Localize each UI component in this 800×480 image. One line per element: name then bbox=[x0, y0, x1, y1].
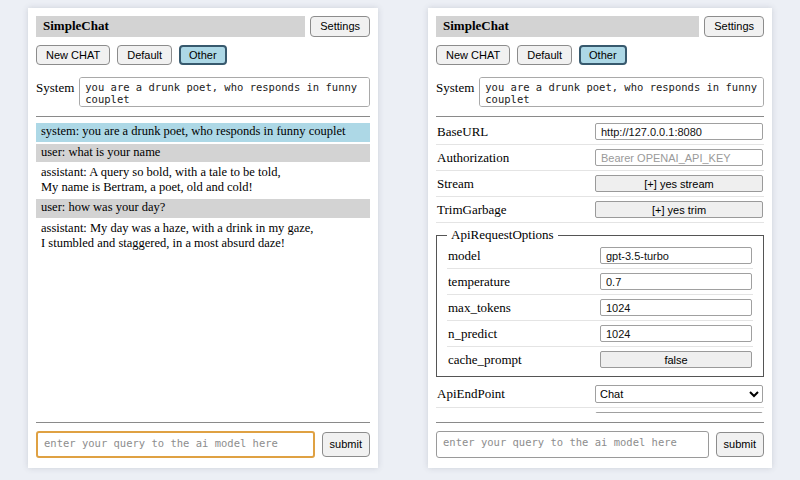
header: SimpleChat Settings bbox=[436, 16, 764, 37]
system-prompt-label: System bbox=[36, 77, 74, 96]
session-tab-default[interactable]: Default bbox=[517, 45, 572, 65]
settings-button[interactable]: Settings bbox=[704, 16, 764, 37]
chat-message-assistant: assistant: A query so bold, with a tale … bbox=[36, 164, 370, 198]
model-label: model bbox=[448, 248, 481, 264]
system-prompt-input[interactable]: you are a drunk poet, who responds in fu… bbox=[479, 77, 764, 107]
n-predict-input[interactable] bbox=[600, 325, 752, 342]
chat-panel: SimpleChat Settings New CHAT Default Oth… bbox=[28, 8, 378, 468]
settings-button[interactable]: Settings bbox=[310, 16, 370, 37]
stream-label: Stream bbox=[437, 176, 474, 192]
authorization-label: Authorization bbox=[437, 150, 509, 166]
session-tab-other[interactable]: Other bbox=[579, 45, 627, 65]
max-tokens-label: max_tokens bbox=[448, 300, 511, 316]
chat-message-user: user: how was your day? bbox=[36, 199, 370, 217]
new-chat-button[interactable]: New CHAT bbox=[36, 45, 110, 65]
chat-message-list[interactable]: system: you are a drunk poet, who respon… bbox=[36, 123, 370, 413]
submit-button[interactable]: submit bbox=[322, 432, 370, 456]
header: SimpleChat Settings bbox=[36, 16, 370, 37]
api-request-options-legend: ApiRequestOptions bbox=[447, 227, 558, 243]
n-predict-label: n_predict bbox=[448, 326, 497, 342]
setting-row-trimgarbage: TrimGarbage [+] yes trim bbox=[436, 197, 764, 222]
model-input[interactable] bbox=[600, 247, 752, 264]
query-bar: submit bbox=[436, 413, 764, 458]
system-prompt-label: System bbox=[436, 77, 474, 96]
setting-row-n-predict: n_predict bbox=[447, 321, 753, 346]
setting-row-baseurl: BaseURL bbox=[436, 119, 764, 144]
settings-panel: SimpleChat Settings New CHAT Default Oth… bbox=[428, 8, 772, 468]
trimgarbage-toggle-button[interactable]: [+] yes trim bbox=[595, 201, 763, 218]
settings-list: BaseURL Authorization Stream [+] yes str… bbox=[436, 119, 764, 413]
app-title: SimpleChat bbox=[436, 16, 699, 37]
session-toolbar: New CHAT Default Other bbox=[436, 45, 764, 65]
stream-toggle-button[interactable]: [+] yes stream bbox=[595, 175, 763, 192]
chat-message-system: system: you are a drunk poet, who respon… bbox=[36, 123, 370, 141]
setting-row-temperature: temperature bbox=[447, 269, 753, 294]
trimgarbage-label: TrimGarbage bbox=[437, 202, 507, 218]
system-prompt-row: System you are a drunk poet, who respond… bbox=[36, 77, 370, 107]
authorization-input[interactable] bbox=[595, 149, 763, 166]
baseurl-label: BaseURL bbox=[437, 124, 488, 140]
session-toolbar: New CHAT Default Other bbox=[36, 45, 370, 65]
app-title: SimpleChat bbox=[36, 16, 305, 37]
api-endpoint-label: ApiEndPoint bbox=[437, 386, 505, 402]
setting-row-cache-prompt: cache_prompt false bbox=[447, 347, 753, 372]
divider bbox=[436, 222, 764, 223]
query-input[interactable] bbox=[36, 431, 315, 458]
setting-row-model: model bbox=[447, 243, 753, 268]
system-prompt-input[interactable]: you are a drunk poet, who responds in fu… bbox=[79, 77, 370, 107]
chat-message-assistant: assistant: My day was a haze, with a dri… bbox=[36, 220, 370, 254]
query-input[interactable] bbox=[436, 431, 709, 458]
chat-message-user: user: what is your name bbox=[36, 144, 370, 162]
setting-row-max-tokens: max_tokens bbox=[447, 295, 753, 320]
session-tab-other[interactable]: Other bbox=[179, 45, 227, 65]
max-tokens-input[interactable] bbox=[600, 299, 752, 316]
divider bbox=[436, 422, 764, 423]
setting-row-stream: Stream [+] yes stream bbox=[436, 171, 764, 196]
system-prompt-row: System you are a drunk poet, who respond… bbox=[436, 77, 764, 107]
new-chat-button[interactable]: New CHAT bbox=[436, 45, 510, 65]
api-endpoint-select[interactable]: Chat bbox=[595, 385, 763, 403]
baseurl-input[interactable] bbox=[595, 123, 763, 140]
setting-row-api-endpoint: ApiEndPoint Chat bbox=[436, 381, 764, 407]
cache-prompt-label: cache_prompt bbox=[448, 352, 522, 368]
divider bbox=[36, 422, 370, 423]
divider bbox=[36, 116, 370, 117]
setting-row-authorization: Authorization bbox=[436, 145, 764, 170]
temperature-input[interactable] bbox=[600, 273, 752, 290]
temperature-label: temperature bbox=[448, 274, 510, 290]
divider bbox=[436, 116, 764, 117]
api-request-options-group: ApiRequestOptions model temperature max_… bbox=[436, 227, 764, 377]
session-tab-default[interactable]: Default bbox=[117, 45, 172, 65]
query-bar: submit bbox=[36, 413, 370, 458]
submit-button[interactable]: submit bbox=[716, 432, 764, 456]
cache-prompt-toggle-button[interactable]: false bbox=[600, 351, 752, 368]
